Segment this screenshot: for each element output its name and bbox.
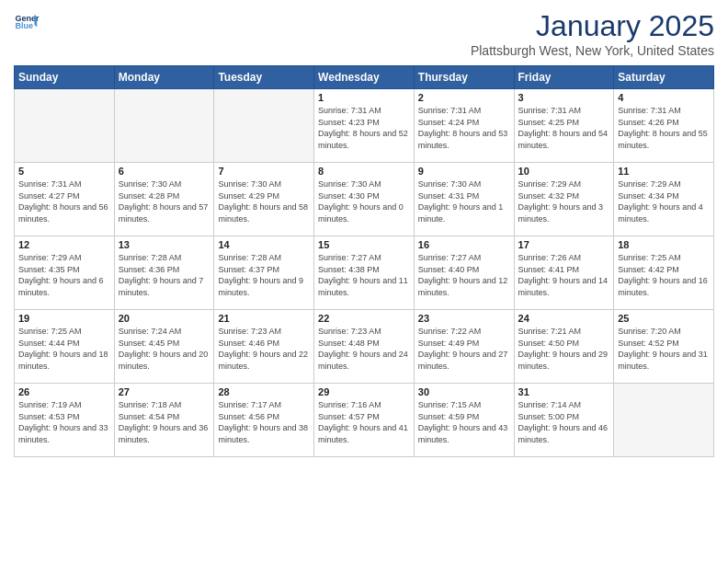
calendar-day-cell (214, 89, 314, 163)
calendar-day-cell: 19Sunrise: 7:25 AM Sunset: 4:44 PM Dayli… (15, 310, 115, 384)
day-number: 22 (318, 313, 410, 324)
day-info: Sunrise: 7:18 AM Sunset: 4:54 PM Dayligh… (119, 399, 210, 445)
day-info: Sunrise: 7:20 AM Sunset: 4:52 PM Dayligh… (618, 326, 710, 372)
day-number: 3 (518, 92, 610, 103)
day-number: 19 (18, 313, 110, 324)
day-number: 9 (418, 166, 510, 177)
day-number: 31 (518, 386, 610, 397)
day-number: 1 (318, 92, 410, 103)
day-number: 13 (119, 239, 210, 250)
calendar-day-cell: 16Sunrise: 7:27 AM Sunset: 4:40 PM Dayli… (414, 236, 514, 310)
calendar-day-header: Friday (514, 66, 614, 89)
calendar-day-cell: 15Sunrise: 7:27 AM Sunset: 4:38 PM Dayli… (314, 236, 415, 310)
calendar-day-cell: 17Sunrise: 7:26 AM Sunset: 4:41 PM Dayli… (514, 236, 614, 310)
day-number: 6 (119, 166, 210, 177)
calendar-day-cell: 2Sunrise: 7:31 AM Sunset: 4:24 PM Daylig… (414, 89, 514, 163)
calendar-day-header: Saturday (614, 66, 714, 89)
calendar-day-header: Tuesday (214, 66, 314, 89)
day-info: Sunrise: 7:31 AM Sunset: 4:24 PM Dayligh… (418, 105, 510, 151)
calendar-day-cell: 4Sunrise: 7:31 AM Sunset: 4:26 PM Daylig… (614, 89, 714, 163)
day-number: 15 (318, 239, 410, 250)
title-block: January 2025 Plattsburgh West, New York,… (471, 9, 714, 58)
calendar-week-row: 19Sunrise: 7:25 AM Sunset: 4:44 PM Dayli… (15, 310, 714, 384)
day-number: 16 (418, 239, 510, 250)
day-info: Sunrise: 7:17 AM Sunset: 4:56 PM Dayligh… (218, 399, 310, 445)
day-number: 10 (518, 166, 610, 177)
day-number: 25 (618, 313, 710, 324)
day-info: Sunrise: 7:31 AM Sunset: 4:26 PM Dayligh… (618, 105, 710, 151)
day-info: Sunrise: 7:30 AM Sunset: 4:28 PM Dayligh… (119, 178, 210, 224)
day-info: Sunrise: 7:27 AM Sunset: 4:38 PM Dayligh… (318, 252, 410, 298)
day-number: 17 (518, 239, 610, 250)
calendar-day-cell: 13Sunrise: 7:28 AM Sunset: 4:36 PM Dayli… (114, 236, 214, 310)
calendar-day-cell: 21Sunrise: 7:23 AM Sunset: 4:46 PM Dayli… (214, 310, 314, 384)
calendar-day-cell: 8Sunrise: 7:30 AM Sunset: 4:30 PM Daylig… (314, 163, 415, 236)
day-number: 14 (218, 239, 310, 250)
calendar-day-cell: 28Sunrise: 7:17 AM Sunset: 4:56 PM Dayli… (214, 384, 314, 457)
calendar-week-row: 1Sunrise: 7:31 AM Sunset: 4:23 PM Daylig… (15, 89, 714, 163)
day-number: 20 (119, 313, 210, 324)
calendar-header-row: SundayMondayTuesdayWednesdayThursdayFrid… (15, 66, 714, 89)
calendar-day-cell (15, 89, 115, 163)
day-info: Sunrise: 7:26 AM Sunset: 4:41 PM Dayligh… (518, 252, 610, 298)
calendar-week-row: 26Sunrise: 7:19 AM Sunset: 4:53 PM Dayli… (15, 384, 714, 457)
calendar-day-cell: 12Sunrise: 7:29 AM Sunset: 4:35 PM Dayli… (15, 236, 115, 310)
calendar-day-cell (614, 384, 714, 457)
calendar-day-cell: 25Sunrise: 7:20 AM Sunset: 4:52 PM Dayli… (614, 310, 714, 384)
day-number: 8 (318, 166, 410, 177)
day-info: Sunrise: 7:25 AM Sunset: 4:44 PM Dayligh… (18, 326, 110, 372)
day-info: Sunrise: 7:27 AM Sunset: 4:40 PM Dayligh… (418, 252, 510, 298)
day-number: 12 (18, 239, 110, 250)
day-info: Sunrise: 7:31 AM Sunset: 4:25 PM Dayligh… (518, 105, 610, 151)
day-number: 5 (18, 166, 110, 177)
day-info: Sunrise: 7:15 AM Sunset: 4:59 PM Dayligh… (418, 399, 510, 445)
calendar-table: SundayMondayTuesdayWednesdayThursdayFrid… (14, 65, 714, 457)
calendar-day-header: Monday (114, 66, 214, 89)
calendar-day-cell: 26Sunrise: 7:19 AM Sunset: 4:53 PM Dayli… (15, 384, 115, 457)
day-info: Sunrise: 7:28 AM Sunset: 4:37 PM Dayligh… (218, 252, 310, 298)
logo: General Blue (14, 9, 40, 35)
calendar-day-cell: 10Sunrise: 7:29 AM Sunset: 4:32 PM Dayli… (514, 163, 614, 236)
calendar-day-header: Sunday (15, 66, 115, 89)
day-number: 2 (418, 92, 510, 103)
day-number: 29 (318, 386, 410, 397)
day-info: Sunrise: 7:29 AM Sunset: 4:35 PM Dayligh… (18, 252, 110, 298)
calendar-day-cell: 5Sunrise: 7:31 AM Sunset: 4:27 PM Daylig… (15, 163, 115, 236)
day-info: Sunrise: 7:31 AM Sunset: 4:23 PM Dayligh… (318, 105, 410, 151)
day-number: 28 (218, 386, 310, 397)
day-info: Sunrise: 7:23 AM Sunset: 4:46 PM Dayligh… (218, 326, 310, 372)
day-number: 7 (218, 166, 310, 177)
calendar-day-cell: 3Sunrise: 7:31 AM Sunset: 4:25 PM Daylig… (514, 89, 614, 163)
month-title: January 2025 (471, 9, 714, 43)
calendar-day-cell: 6Sunrise: 7:30 AM Sunset: 4:28 PM Daylig… (114, 163, 214, 236)
calendar-day-cell: 7Sunrise: 7:30 AM Sunset: 4:29 PM Daylig… (214, 163, 314, 236)
day-info: Sunrise: 7:25 AM Sunset: 4:42 PM Dayligh… (618, 252, 710, 298)
day-number: 11 (618, 166, 710, 177)
calendar-day-cell: 14Sunrise: 7:28 AM Sunset: 4:37 PM Dayli… (214, 236, 314, 310)
day-info: Sunrise: 7:29 AM Sunset: 4:32 PM Dayligh… (518, 178, 610, 224)
calendar-day-cell: 23Sunrise: 7:22 AM Sunset: 4:49 PM Dayli… (414, 310, 514, 384)
day-number: 21 (218, 313, 310, 324)
day-number: 18 (618, 239, 710, 250)
day-number: 27 (119, 386, 210, 397)
day-number: 30 (418, 386, 510, 397)
calendar-week-row: 12Sunrise: 7:29 AM Sunset: 4:35 PM Dayli… (15, 236, 714, 310)
calendar-day-cell (114, 89, 214, 163)
calendar-day-cell: 20Sunrise: 7:24 AM Sunset: 4:45 PM Dayli… (114, 310, 214, 384)
day-number: 4 (618, 92, 710, 103)
day-info: Sunrise: 7:21 AM Sunset: 4:50 PM Dayligh… (518, 326, 610, 372)
location-title: Plattsburgh West, New York, United State… (471, 43, 714, 58)
day-info: Sunrise: 7:23 AM Sunset: 4:48 PM Dayligh… (318, 326, 410, 372)
calendar-day-cell: 1Sunrise: 7:31 AM Sunset: 4:23 PM Daylig… (314, 89, 415, 163)
calendar-day-cell: 24Sunrise: 7:21 AM Sunset: 4:50 PM Dayli… (514, 310, 614, 384)
day-info: Sunrise: 7:30 AM Sunset: 4:29 PM Dayligh… (218, 178, 310, 224)
day-number: 23 (418, 313, 510, 324)
calendar-day-header: Wednesday (314, 66, 415, 89)
calendar-day-header: Thursday (414, 66, 514, 89)
day-info: Sunrise: 7:14 AM Sunset: 5:00 PM Dayligh… (518, 399, 610, 445)
day-info: Sunrise: 7:31 AM Sunset: 4:27 PM Dayligh… (18, 178, 110, 224)
day-info: Sunrise: 7:16 AM Sunset: 4:57 PM Dayligh… (318, 399, 410, 445)
day-info: Sunrise: 7:30 AM Sunset: 4:31 PM Dayligh… (418, 178, 510, 224)
calendar-day-cell: 30Sunrise: 7:15 AM Sunset: 4:59 PM Dayli… (414, 384, 514, 457)
calendar-day-cell: 29Sunrise: 7:16 AM Sunset: 4:57 PM Dayli… (314, 384, 415, 457)
